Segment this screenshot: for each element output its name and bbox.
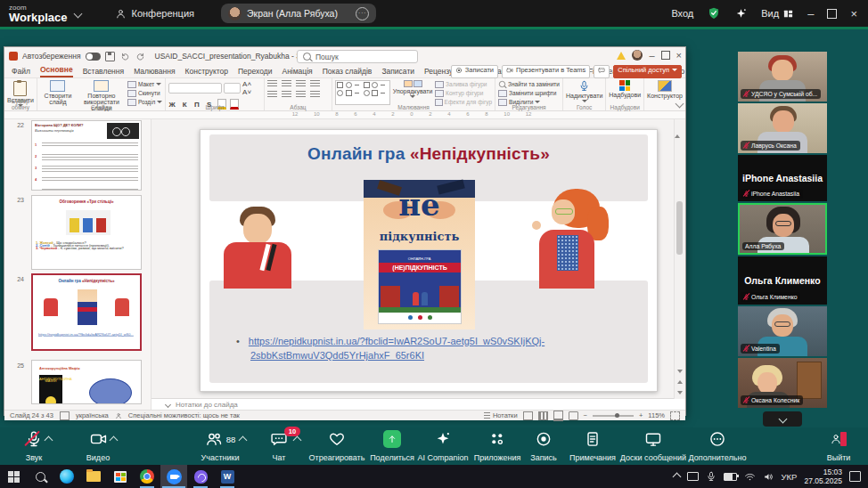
cartoon-man-image[interactable] (213, 207, 302, 289)
shared-screen-pill[interactable]: Экран (Алла Рябуха) ··· (221, 4, 376, 23)
view-button[interactable]: Вид (761, 8, 794, 20)
signin-button[interactable]: Вход (671, 8, 693, 19)
ppt-search-box[interactable]: Пошук (297, 50, 418, 63)
slide-scrollbar[interactable] (674, 119, 685, 399)
zoom-out-button[interactable]: − (584, 411, 587, 419)
tab-transitions[interactable]: Переходи (238, 67, 273, 77)
toolbar-chat-button[interactable]: 10 Чат (259, 430, 299, 462)
taskbar-explorer-button[interactable] (80, 465, 107, 488)
justify-button[interactable] (310, 91, 320, 98)
security-shield-icon[interactable] (707, 6, 721, 20)
shape-fill-button[interactable]: Заливка фігури (435, 80, 492, 88)
line-spacing-button[interactable] (310, 80, 320, 87)
powerpoint-window[interactable]: Автозбереження USAID_SACCI_presentation_… (4, 46, 686, 416)
link-line-1[interactable]: https://nepidkupnist.in.ua/?fbclid=IwAR2… (249, 336, 545, 346)
display-tray-icon[interactable] (687, 472, 699, 481)
tray-expand-icon[interactable] (672, 472, 681, 481)
toolbar-leave-button[interactable]: Выйти (816, 430, 861, 462)
minimize-button[interactable]: – (807, 8, 814, 20)
notes-collapse-icon[interactable] (165, 401, 171, 407)
slide-thumbnail-22[interactable]: Вікторина ЩО? ДЕ? КОЛИ? Визначити перемо… (31, 120, 142, 191)
participant-tile-1[interactable]: УДСЯО у Сумській об... (738, 52, 827, 102)
record-button[interactable]: Записати (451, 65, 498, 78)
slide-title[interactable]: Онлайн гра «Непідкупність» (201, 144, 657, 164)
slide-canvas[interactable]: Онлайн гра «Непідкупність» (200, 129, 658, 392)
reading-view-button[interactable] (553, 411, 563, 421)
zoom-slider[interactable] (593, 415, 634, 417)
slide-thumbnail-25[interactable]: Антикорупційна Мафія АНТИКОРУПЦІЙНА МАФІ… (31, 360, 142, 404)
slide-sorter-button[interactable] (538, 411, 548, 420)
ppt-minimize-button[interactable]: – (649, 51, 654, 61)
taskbar-chrome-button[interactable] (134, 465, 160, 488)
tab-design[interactable]: Конструктор (185, 67, 228, 77)
replace-fonts-button[interactable]: Замінити шрифти (498, 89, 560, 97)
start-button[interactable] (0, 465, 27, 488)
toolbar-video-button[interactable]: Видео (73, 430, 123, 462)
shapes-gallery[interactable] (335, 80, 390, 105)
undo-icon[interactable] (120, 52, 130, 61)
bullet-list-button[interactable] (267, 80, 277, 87)
shape-outline-button[interactable]: Контур фігури (435, 89, 492, 97)
audio-options-chevron-icon[interactable] (45, 436, 53, 445)
language-indicator[interactable]: УКР (782, 472, 798, 482)
link-line-2[interactable]: 2sbbKstBmwuV3Qdd5YrHjahxF_65r6KI (250, 348, 545, 362)
zoom-in-button[interactable]: + (639, 411, 643, 419)
autosave-toggle[interactable] (86, 53, 101, 61)
slide-thumbnail-23[interactable]: Обговорення «Три стільці» 1. Жовтий - Що… (31, 195, 142, 270)
screen-options-icon[interactable]: ··· (356, 7, 369, 20)
slide-bullet-link[interactable]: •https://nepidkupnist.in.ua/?fbclid=IwAR… (236, 334, 545, 362)
slide-thumbnail-panel[interactable]: 22 Вікторина ЩО? ДЕ? КОЛИ? Визначити пер… (4, 119, 151, 410)
account-avatar[interactable] (632, 50, 643, 61)
previous-slide-icon[interactable] (677, 380, 683, 384)
participants-chevron-icon[interactable] (239, 436, 248, 445)
indent-button[interactable] (296, 80, 306, 87)
ppt-restore-button[interactable] (661, 51, 670, 60)
collapse-ribbon-icon[interactable] (676, 100, 684, 109)
taskbar-edge-button[interactable] (53, 465, 80, 488)
tab-meeting[interactable]: Конференция (115, 8, 194, 20)
reset-button[interactable]: Скинути (127, 89, 162, 97)
video-options-chevron-icon[interactable] (109, 436, 118, 445)
comments-button[interactable] (594, 65, 610, 78)
ai-sparkle-icon[interactable] (734, 7, 748, 20)
find-replace-button[interactable]: Знайти та замінити (498, 80, 560, 88)
warning-icon[interactable] (617, 52, 626, 60)
participants-scroll-down-button[interactable] (763, 411, 802, 427)
game-poster-image[interactable]: не підкупність ОНЛАЙН-ГРА (НЕ)ПІДКУПНІСТ… (364, 180, 475, 329)
scroll-down-icon[interactable] (677, 370, 683, 373)
notes-toggle-button[interactable]: Нотатки (484, 411, 518, 419)
font-size-box[interactable] (224, 83, 241, 94)
align-right-button[interactable] (296, 91, 306, 98)
tab-slideshow[interactable]: Показ слайдів (323, 67, 373, 77)
tab-home[interactable]: Основне (40, 65, 73, 77)
fit-slide-button[interactable] (670, 411, 680, 420)
tab-animations[interactable]: Анімація (283, 67, 313, 77)
toolbar-participants-button[interactable]: 88 Участники (186, 430, 254, 462)
normal-view-button[interactable] (523, 411, 533, 420)
addins-button[interactable]: Надбудови (609, 80, 641, 98)
display-settings-icon[interactable] (60, 411, 70, 420)
clock[interactable]: 15:03 27.05.2025 (804, 468, 842, 485)
tab-insert[interactable]: Вставлення (83, 67, 124, 77)
taskbar-store-button[interactable] (107, 465, 134, 488)
ppt-close-button[interactable]: × (676, 51, 682, 61)
cartoon-woman-image[interactable] (514, 189, 612, 289)
align-left-button[interactable] (267, 91, 277, 98)
slide-thumbnail-24-selected[interactable]: Онлайн гра «Непідкупність» https://nepid… (31, 273, 142, 351)
participant-tile-6[interactable]: Valentina (738, 306, 827, 356)
taskbar-word-button[interactable]: W (214, 465, 241, 488)
layout-button[interactable]: Макет (127, 80, 162, 88)
new-slide-button[interactable]: Створити слайд (40, 80, 76, 105)
next-slide-icon[interactable] (677, 391, 683, 394)
tab-draw[interactable]: Малювання (134, 67, 175, 77)
horizontal-ruler[interactable]: 12 10 8 6 4 2 0 2 4 6 8 10 12 (4, 111, 685, 119)
participant-tile-7[interactable]: Оксана Колесник (738, 358, 827, 408)
font-name-box[interactable] (168, 83, 222, 94)
mic-tray-icon[interactable] (706, 471, 717, 482)
toolbar-more-button[interactable]: Дополнительно (673, 430, 762, 462)
slideshow-button[interactable] (569, 411, 578, 420)
slide-editor-area[interactable]: Онлайн гра «Непідкупність» (151, 119, 685, 398)
save-icon[interactable] (105, 52, 115, 61)
number-list-button[interactable] (282, 80, 291, 87)
participant-tile-5[interactable]: Ольга Клименко Ольга Клименко (738, 256, 827, 305)
